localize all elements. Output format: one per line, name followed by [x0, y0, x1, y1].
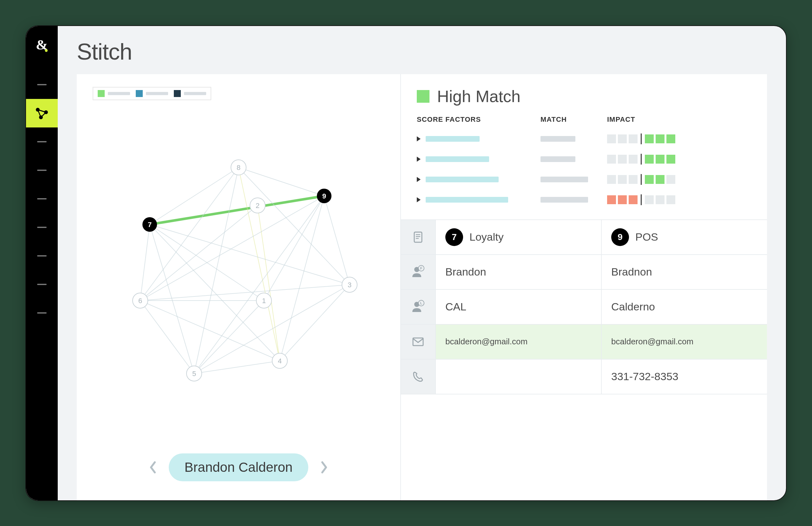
graph-edge: [194, 167, 238, 374]
app-window: & Stitch: [25, 25, 787, 501]
graph-node-label: 8: [237, 163, 241, 171]
compare-cell-b: 331-732-8353: [602, 360, 767, 394]
graph-node-label: 1: [262, 296, 266, 304]
compare-row: 7Loyalty9POS: [401, 220, 767, 255]
node-badge: 9: [611, 228, 629, 246]
factor-row[interactable]: [401, 129, 767, 149]
svg-rect-8: [414, 232, 422, 242]
sidebar: &: [26, 26, 58, 500]
next-person-button[interactable]: [318, 461, 331, 474]
col-header-impact: IMPACT: [607, 115, 751, 123]
col-header-factors: SCORE FACTORS: [417, 115, 540, 123]
compare-cell-b: 9POS: [602, 220, 767, 254]
factor-row[interactable]: [401, 169, 767, 190]
graph-panel: 829736145 Brandon Calderon: [77, 74, 400, 500]
sidebar-item-5[interactable]: [26, 185, 58, 213]
expand-triangle-icon[interactable]: [417, 177, 421, 182]
col-header-match: MATCH: [540, 115, 607, 123]
expand-triangle-icon[interactable]: [417, 197, 421, 202]
chevron-right-icon: [320, 461, 329, 474]
match-bar: [540, 177, 588, 182]
person-l-icon: L: [401, 290, 436, 324]
expand-triangle-icon[interactable]: [417, 136, 421, 142]
mail-icon: [401, 325, 436, 359]
graph-edge: [194, 361, 280, 374]
graph-edge: [150, 196, 324, 224]
graph-edge: [194, 285, 350, 374]
svg-point-5: [36, 108, 40, 112]
network-icon: [34, 106, 49, 120]
compare-cell-b: Calderno: [602, 290, 767, 324]
expand-triangle-icon[interactable]: [417, 157, 421, 162]
svg-text:L: L: [420, 301, 422, 305]
content: 829736145 Brandon Calderon High Match: [58, 74, 786, 500]
match-bar: [540, 156, 575, 162]
factor-rows: [401, 129, 767, 210]
compare-row: 331-732-8353: [401, 360, 767, 394]
chevron-left-icon: [148, 461, 157, 474]
compare-cell-a: bcalderon@gmail.com: [436, 325, 602, 359]
legend-bar-2: [146, 92, 168, 95]
sidebar-item-7[interactable]: [26, 242, 58, 270]
node-badge: 7: [445, 228, 463, 246]
factor-row[interactable]: [401, 149, 767, 169]
graph-edge: [150, 167, 238, 224]
header: Stitch: [58, 26, 786, 74]
legend-swatch-1: [98, 90, 105, 97]
compare-row: LCALCalderno: [401, 290, 767, 325]
graph-node-label: 4: [278, 357, 282, 365]
sidebar-item-4[interactable]: [26, 156, 58, 185]
legend-item-3: [174, 90, 206, 97]
sidebar-item-stitch[interactable]: [26, 99, 58, 128]
graph-edge: [150, 224, 350, 285]
graph-edge: [238, 167, 324, 196]
match-header: High Match: [401, 74, 767, 115]
svg-text:F: F: [420, 266, 422, 270]
identity-graph[interactable]: 829736145: [102, 145, 375, 405]
graph-node-label: 3: [348, 281, 351, 289]
sidebar-item-6[interactable]: [26, 213, 58, 242]
graph-legend: [92, 87, 211, 100]
graph-node-label: 2: [256, 201, 259, 209]
compare-cell-b: Bradnon: [602, 255, 767, 289]
person-navigator: Brandon Calderon: [92, 450, 385, 488]
factor-bar: [426, 136, 480, 142]
factor-row[interactable]: [401, 190, 767, 210]
legend-bar-1: [108, 92, 130, 95]
sidebar-item-1[interactable]: [26, 70, 58, 99]
prev-person-button[interactable]: [147, 461, 159, 474]
graph-edge: [140, 167, 238, 301]
graph-edge: [150, 224, 264, 301]
compare-cell-a: 7Loyalty: [436, 220, 602, 254]
legend-item-2: [136, 90, 168, 97]
phone-icon: [401, 360, 436, 394]
impact-cells: [607, 133, 751, 144]
compare-row: bcalderon@gmail.combcalderon@gmail.com: [401, 325, 767, 360]
factors-columns-header: SCORE FACTORS MATCH IMPACT: [401, 115, 767, 129]
impact-cells: [607, 174, 751, 185]
compare-cell-a: Brandon: [436, 255, 602, 289]
svg-point-6: [44, 110, 48, 114]
compare-cell-b: bcalderon@gmail.com: [602, 325, 767, 359]
compare-row: FBrandonBradnon: [401, 255, 767, 290]
details-panel: High Match SCORE FACTORS MATCH IMPACT 7L…: [400, 74, 767, 500]
compare-table: 7Loyalty9POSFBrandonBradnonLCALCaldernob…: [401, 219, 767, 500]
graph-area[interactable]: 829736145: [92, 100, 385, 450]
graph-node-label: 9: [322, 192, 326, 200]
document-icon: [401, 220, 436, 254]
graph-edge: [140, 285, 350, 301]
sidebar-item-9[interactable]: [26, 299, 58, 327]
sidebar-item-3[interactable]: [26, 128, 58, 156]
graph-edge: [140, 301, 194, 374]
svg-rect-18: [413, 338, 423, 346]
graph-edge: [238, 167, 280, 361]
graph-edge: [280, 196, 324, 361]
factor-bar: [426, 197, 508, 203]
main-area: Stitch: [58, 26, 786, 500]
person-f-icon: F: [401, 255, 436, 289]
match-title: High Match: [437, 87, 521, 106]
compare-cell-a: CAL: [436, 290, 602, 324]
sidebar-item-8[interactable]: [26, 270, 58, 299]
graph-edge: [194, 301, 264, 374]
graph-node-label: 5: [192, 369, 196, 377]
